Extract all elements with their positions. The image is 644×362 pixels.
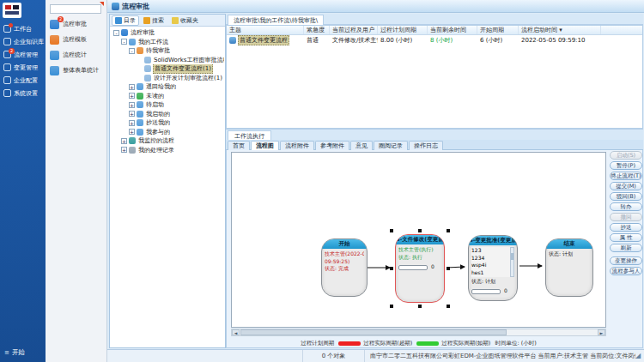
flow-node[interactable]: 开始技术主管(2022-05-0509:59:25)状态: 完成 — [321, 238, 368, 297]
action-button[interactable]: 抄送 — [610, 223, 642, 232]
column-header[interactable]: 主题 — [227, 26, 304, 34]
scroll-right-icon[interactable]: ► — [598, 329, 605, 335]
tree-item[interactable]: +抄送我的 — [111, 118, 224, 128]
scroll-left-icon[interactable]: ◄ — [232, 329, 240, 335]
tree-item-label: 未读的 — [145, 92, 165, 100]
my-workflow-icon — [129, 39, 136, 45]
sidebar-item[interactable]: 变更管理 — [0, 61, 46, 74]
scrollbar-thumb[interactable] — [240, 329, 507, 335]
action-button[interactable]: 提交(M) — [610, 182, 642, 190]
sidebar-item[interactable]: 企业知识库 — [0, 35, 46, 48]
cc-me-icon — [137, 119, 143, 126]
tree-item[interactable]: -流程审批 — [111, 28, 224, 38]
tab-首页[interactable]: 首页 — [228, 141, 250, 150]
badge: 2 — [9, 48, 15, 54]
action-button[interactable]: 转办 — [610, 202, 642, 211]
tree-item[interactable]: +我参与的 — [111, 128, 224, 137]
favorites-icon — [172, 17, 179, 24]
breadcrumb-tab[interactable]: 流程审批\我的工作流\待我审批\ — [228, 15, 324, 25]
sidebar-item[interactable]: 系统设置 — [0, 87, 46, 100]
collapse-icon[interactable]: - — [113, 30, 119, 36]
menu-item[interactable]: 流程统计 — [46, 47, 107, 63]
workflow-titlebar: 工作流执行 — [226, 129, 643, 140]
selection-handle[interactable] — [390, 267, 393, 270]
tree-item[interactable]: +退回给我的 — [111, 82, 224, 92]
expand-icon[interactable]: + — [129, 129, 135, 135]
tab-操作日志[interactable]: 操作日志 — [409, 141, 443, 150]
node-progress: 0 — [471, 287, 514, 295]
menu-item[interactable]: 整体表单统计 — [46, 63, 107, 78]
tree-item[interactable]: +我启动的 — [111, 110, 224, 119]
tree-item[interactable]: 设计开发计划审批流程(1) — [111, 74, 224, 83]
menu-item[interactable]: 2流程审批 — [46, 16, 107, 32]
tab-流程图[interactable]: 流程图 — [251, 141, 279, 150]
node-user-list[interactable]: 1231234wsp4ihes1 — [471, 247, 514, 277]
action-button[interactable]: 暂停(P) — [610, 161, 642, 170]
action-button[interactable]: 刷新 — [610, 244, 642, 252]
expand-icon[interactable]: + — [129, 111, 135, 117]
expand-icon[interactable]: + — [121, 147, 127, 153]
action-button[interactable]: 驳回(B) — [610, 192, 642, 201]
column-header[interactable]: 紧急度 — [304, 26, 330, 34]
tree-toolbar-label: 目录 — [124, 16, 136, 25]
expand-icon[interactable]: + — [129, 93, 135, 99]
column-header[interactable]: 开始周期 — [477, 26, 519, 34]
selection-handle[interactable] — [447, 305, 450, 308]
selection-handle[interactable] — [390, 229, 393, 232]
unread-icon — [137, 93, 143, 100]
selection-handle[interactable] — [447, 267, 450, 270]
action-button[interactable]: 流程参与人 — [610, 267, 642, 275]
expand-icon[interactable]: + — [129, 120, 135, 126]
node-body: 状态: 计划 — [546, 249, 592, 258]
tree-item[interactable]: -我的工作流 — [111, 38, 224, 47]
menu-item[interactable]: 流程模板 — [46, 32, 107, 47]
tree-item[interactable]: 普通文件变更流程(1) — [111, 64, 224, 74]
expand-icon[interactable]: + — [129, 102, 135, 108]
tab-流程附件[interactable]: 流程附件 — [280, 141, 314, 150]
tree-item[interactable]: +待启动 — [111, 100, 224, 110]
diagram-canvas[interactable]: 开始技术主管(2022-05-0509:59:25)状态: 完成3-文件修改(变… — [231, 152, 606, 328]
column-header[interactable]: 流程启动时间 ▾ — [519, 26, 601, 34]
sidebar-item[interactable]: 企业配置 — [0, 74, 46, 87]
table-row[interactable]: 普通文件变更流程普通文件修改/技术主管8.00 (小时)8 (小时)6 (小时)… — [227, 35, 642, 45]
tree-toolbar-button[interactable]: 收藏夹 — [168, 15, 202, 26]
flow-node[interactable]: 4-变更批准(变更后1231234wsp4ihes1状态: 计划0 — [468, 235, 518, 301]
selection-handle[interactable] — [418, 305, 422, 308]
tree-item[interactable]: +我监控的流程 — [111, 136, 224, 146]
column-header[interactable]: 当前剩余时间 — [428, 26, 477, 34]
participated-icon — [137, 129, 143, 136]
selection-handle[interactable] — [390, 305, 393, 308]
resize-grip-icon[interactable]: ◢ — [635, 350, 644, 362]
selection-handle[interactable] — [447, 229, 450, 232]
column-header[interactable]: 过程计划周期 — [378, 26, 428, 34]
tree-toolbar-button[interactable]: 搜索 — [140, 15, 167, 26]
tree-item[interactable]: SolidWorks工程图审批流程(1) — [111, 56, 224, 65]
start-button[interactable]: ≡ 开始 — [0, 347, 46, 359]
collapse-icon[interactable]: - — [129, 48, 135, 54]
tab-意见[interactable]: 意见 — [350, 141, 373, 150]
tree-item[interactable]: +未读的 — [111, 92, 224, 101]
column-header[interactable]: 当前过程及用户 — [330, 26, 378, 34]
node-text-line: 状态: 计划 — [471, 278, 514, 286]
tree-item[interactable]: +我的处理记录 — [111, 146, 224, 155]
horizontal-scrollbar[interactable]: ◄ ► — [231, 329, 606, 336]
tree-toolbar-button[interactable]: 目录 — [112, 15, 139, 26]
expand-icon[interactable]: + — [121, 138, 127, 144]
tree-item[interactable]: -待我审批 — [111, 46, 224, 56]
list-scrollbar-thumb[interactable] — [511, 253, 513, 260]
action-button[interactable]: 终止流程(T) — [610, 172, 642, 180]
collapse-icon[interactable]: - — [121, 39, 127, 45]
sidebar-item[interactable]: 2流程管理 — [0, 48, 46, 61]
selection-handle[interactable] — [418, 229, 422, 232]
tab-参考附件[interactable]: 参考附件 — [315, 141, 349, 150]
action-button[interactable]: 属 性 — [610, 233, 642, 242]
action-button[interactable]: 变更操作 — [610, 256, 642, 265]
flow-node[interactable]: 结束状态: 计划 — [545, 238, 593, 297]
sidebar-item[interactable]: 工作台 — [0, 22, 46, 35]
search-input[interactable] — [50, 4, 101, 14]
legend-label: 过程实际周期(如期) — [441, 340, 490, 347]
flow-node[interactable]: 3-文件修改(变更前技术主管(执行)状态: 执行0 — [395, 234, 445, 303]
list-scrollbar[interactable] — [510, 247, 514, 277]
tab-圈阅记录[interactable]: 圈阅记录 — [374, 141, 408, 150]
expand-icon[interactable]: + — [129, 84, 135, 90]
